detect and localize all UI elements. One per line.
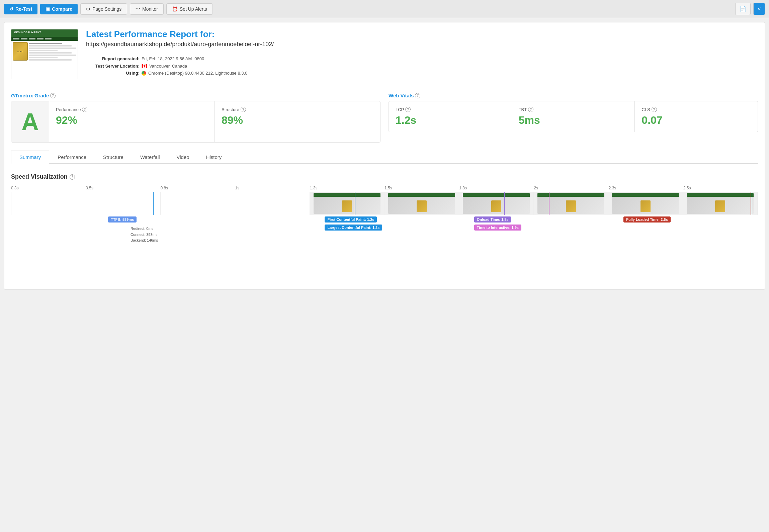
share-button[interactable]: <: [753, 3, 765, 15]
structure-help-icon[interactable]: ?: [241, 107, 246, 112]
speed-section: Speed Visualization ? 0.3s 0.5s 0.8s 1s …: [11, 171, 758, 283]
tab-summary[interactable]: Summary: [11, 151, 49, 164]
structure-label: Structure ?: [222, 107, 373, 112]
monitor-button[interactable]: 〰 Monitor: [130, 3, 164, 15]
grade-metrics: Performance ? 92% Structure ? 89%: [49, 101, 380, 142]
fully-vline: [751, 192, 751, 215]
structure-value: 89%: [222, 114, 373, 126]
tti-annotation: Time to Interactive: 1.9s: [474, 225, 521, 231]
meta-using: Using: Chrome (Desktop) 90.0.4430.212, L…: [86, 71, 758, 76]
fully-label: Fully Loaded Time: 2.5s: [626, 217, 668, 221]
ttfb-annotation: TTFB: 539ms: [108, 216, 137, 223]
gear-icon: ⚙: [86, 6, 90, 12]
gtmetrix-title-text: GTmetrix Grade: [11, 93, 49, 98]
web-vitals-help-icon[interactable]: ?: [415, 93, 420, 98]
alarm-icon: ⏰: [172, 6, 178, 12]
using-value: Chrome (Desktop) 90.0.4430.212, Lighthou…: [148, 71, 247, 76]
share-icon: <: [758, 6, 761, 12]
performance-label: Performance ?: [56, 107, 208, 112]
grade-card: A Performance ? 92% Structure ?: [11, 101, 380, 143]
ruler-1: 0.5s: [86, 186, 160, 190]
report-info: Latest Performance Report for: https://g…: [86, 29, 758, 76]
monitor-label: Monitor: [142, 6, 158, 12]
cls-help-icon[interactable]: ?: [652, 107, 657, 112]
gtmetrix-grade-box: GTmetrix Grade ? A Performance ? 92%: [11, 93, 380, 143]
performance-help-icon[interactable]: ?: [82, 107, 87, 112]
cls-label: CLS ?: [642, 107, 751, 112]
fcp-vline: [355, 192, 355, 215]
meta-generated: Report generated: Fri, Feb 18, 2022 9:56…: [86, 56, 758, 61]
onload-label: Onload Time: 1.8s: [477, 217, 509, 221]
ruler-9: 2.5s: [683, 186, 758, 190]
web-vitals-title: Web Vitals ?: [389, 93, 758, 98]
frame-1: [86, 192, 161, 215]
report-meta: Report generated: Fri, Feb 18, 2022 9:56…: [86, 56, 758, 76]
report-title: Latest Performance Report for:: [86, 29, 758, 39]
gtmetrix-help-icon[interactable]: ?: [50, 93, 56, 98]
report-url: https://gesundbaumarktshop.de/produkt/au…: [86, 41, 758, 52]
generated-label: Report generated:: [86, 56, 140, 61]
monitor-icon: 〰: [136, 6, 140, 12]
server-label: Test Server Location:: [86, 64, 140, 69]
performance-metric: Performance ? 92%: [49, 101, 215, 142]
lcp-label: Largest Contentful Paint: 1.2s: [327, 226, 379, 230]
tab-performance[interactable]: Performance: [49, 151, 95, 164]
ruler-7: 2s: [534, 186, 608, 190]
retest-icon: ↺: [9, 6, 13, 12]
structure-metric: Structure ? 89%: [215, 101, 380, 142]
ttfb-detail: Redirect: 0msConnect: 393msBackend: 146m…: [131, 226, 158, 244]
lcp-metric: LCP ? 1.2s: [389, 101, 512, 132]
pdf-icon: 📄: [740, 6, 746, 12]
tbt-label: TBT ?: [519, 107, 628, 112]
cls-value: 0.07: [642, 114, 751, 126]
tabs-list: Summary Performance Structure Waterfall …: [11, 151, 758, 163]
ruler-8: 2.3s: [609, 186, 683, 190]
screenshot-nav: [11, 37, 78, 41]
retest-label: Re-Test: [15, 6, 32, 12]
using-label: Using:: [86, 71, 140, 76]
timeline-ruler: 0.3s 0.5s 0.8s 1s 1.3s 1.5s 1.8s 2s 2.3s…: [11, 186, 758, 190]
speed-title: Speed Visualization ?: [11, 173, 758, 180]
gtmetrix-grade-title: GTmetrix Grade ?: [11, 93, 380, 98]
web-vitals-box: Web Vitals ? LCP ? 1.2s TBT ? 5ms: [389, 93, 758, 143]
speed-viz-help-icon[interactable]: ?: [70, 174, 75, 180]
tab-structure[interactable]: Structure: [95, 151, 132, 164]
alerts-label: Set Up Alerts: [180, 6, 207, 12]
ruler-0: 0.3s: [11, 186, 86, 190]
server-value: Vancouver, Canada: [149, 64, 187, 69]
tabs-section: Summary Performance Structure Waterfall …: [11, 151, 758, 164]
annotations-area: TTFB: 539ms Redirect: 0msConnect: 393msB…: [11, 216, 758, 253]
lcp-help-icon[interactable]: ?: [405, 107, 411, 112]
tab-waterfall[interactable]: Waterfall: [132, 151, 168, 164]
frame-3: [235, 192, 310, 215]
pdf-button[interactable]: 📄: [735, 3, 751, 15]
page-settings-label: Page Settings: [92, 6, 121, 12]
frame-0: [11, 192, 86, 215]
screenshot-thumbnail: GESUNDBAUMARKT AURO: [11, 29, 78, 79]
canada-flag: 🇨🇦: [142, 63, 147, 69]
vitals-card: LCP ? 1.2s TBT ? 5ms CLS ?: [389, 101, 758, 132]
frame-2: [161, 192, 235, 215]
lcp-annotation: Largest Contentful Paint: 1.2s: [325, 225, 382, 231]
page-settings-button[interactable]: ⚙ Page Settings: [80, 3, 127, 15]
tab-history[interactable]: History: [198, 151, 230, 164]
fcp-label: First Contentful Paint: 1.2s: [327, 217, 374, 221]
retest-button[interactable]: ↺ Re-Test: [4, 4, 37, 14]
ruler-5: 1.5s: [384, 186, 459, 190]
screenshot-product: AURO: [13, 42, 28, 61]
tbt-help-icon[interactable]: ?: [528, 107, 533, 112]
onload-vline: [504, 192, 505, 215]
frame-5: [384, 192, 459, 215]
compare-label: Compare: [52, 6, 72, 12]
alerts-button[interactable]: ⏰ Set Up Alerts: [166, 3, 213, 15]
toolbar-right: 📄 <: [735, 3, 765, 15]
meta-server: Test Server Location: 🇨🇦 Vancouver, Cana…: [86, 63, 758, 69]
frame-4: [310, 192, 384, 215]
tab-video[interactable]: Video: [168, 151, 198, 164]
ruler-3: 1s: [235, 186, 310, 190]
compare-button[interactable]: ▣ Compare: [40, 4, 78, 14]
timeline-container: 0.3s 0.5s 0.8s 1s 1.3s 1.5s 1.8s 2s 2.3s…: [11, 186, 758, 280]
tbt-value: 5ms: [519, 114, 628, 126]
frame-7: [534, 192, 608, 215]
grades-section: GTmetrix Grade ? A Performance ? 92%: [11, 93, 758, 143]
